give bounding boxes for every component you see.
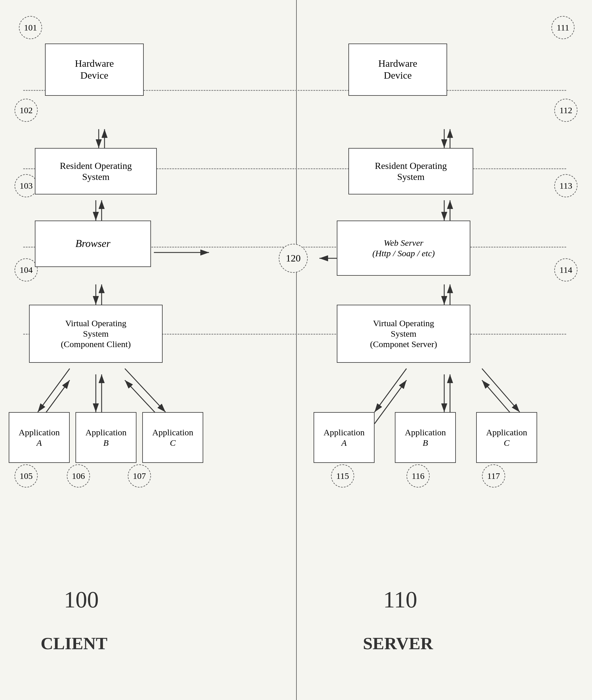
svg-line-9	[38, 369, 70, 412]
circle-120: 120	[279, 244, 308, 273]
vos-server-box: Virtual Operating System (Componet Serve…	[337, 305, 471, 363]
vos-client-box: Virtual Operating System (Component Clie…	[29, 305, 162, 363]
server-number: 110	[383, 587, 417, 613]
circle-105: 105	[14, 464, 38, 488]
circle-113: 113	[554, 174, 578, 197]
svg-line-21	[375, 369, 406, 412]
server-label: SERVER	[363, 634, 433, 654]
diagram-container: 101 102 103 104 105 106 107 111 112 113 …	[0, 0, 592, 700]
app-a-client-box: Application A	[9, 412, 70, 463]
circle-102: 102	[14, 99, 38, 122]
circle-112: 112	[554, 99, 578, 122]
circle-103: 103	[14, 174, 38, 197]
circle-116: 116	[406, 464, 430, 488]
browser-box: Browser	[35, 221, 151, 267]
web-server-box: Web Server (Http / Soap / etc)	[337, 221, 471, 276]
ros-client-box: Resident Operating System	[35, 148, 157, 195]
divider-line	[296, 0, 297, 700]
hw-device-client-box: Hardware Device	[45, 44, 144, 96]
app-b-server-box: Application B	[395, 412, 456, 463]
svg-line-13	[125, 369, 165, 412]
ros-server-box: Resident Operating System	[348, 148, 473, 195]
circle-111: 111	[551, 16, 575, 39]
svg-line-25	[482, 369, 520, 412]
circle-107: 107	[128, 464, 151, 488]
circle-106: 106	[67, 464, 90, 488]
circle-115: 115	[331, 464, 354, 488]
circle-104: 104	[14, 258, 38, 281]
circle-114: 114	[554, 258, 578, 281]
circle-117: 117	[482, 464, 505, 488]
app-c-server-box: Application C	[476, 412, 537, 463]
circle-101: 101	[19, 16, 42, 39]
app-c-client-box: Application C	[142, 412, 203, 463]
client-number: 100	[64, 587, 99, 613]
hw-device-server-box: Hardware Device	[348, 44, 447, 96]
client-label: CLIENT	[41, 634, 107, 654]
app-b-client-box: Application B	[76, 412, 137, 463]
app-a-server-box: Application A	[313, 412, 375, 463]
